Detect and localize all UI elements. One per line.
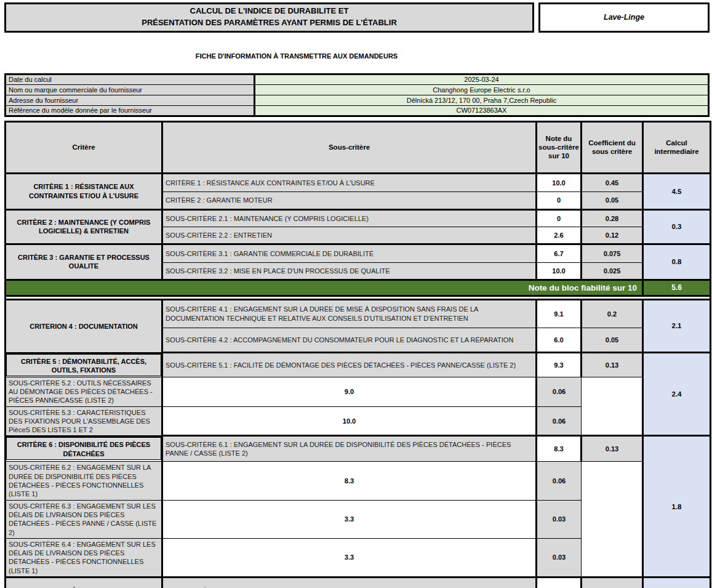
sub-criterion-label: SOUS-CRITÈRE 6.3 : ENGAGEMENT SUR LES DÉ… (6, 500, 162, 538)
table-row: SOUS-CRITÈRE 5.3 : CARACTÉRISTIQUES DES … (6, 406, 711, 436)
criterion-group-label: CRITÈRE 2 : MAINTENANCE (Y COMPRIS LOGIC… (6, 209, 162, 244)
sub-criterion-label: SOUS-CRITÈRE 7.1 : PRIX (162, 578, 537, 588)
sub-criterion-coefficient: 0.45 (582, 173, 643, 191)
sub-criterion-label: SOUS-CRITÈRE 6.4 : ENGAGEMENT SUR LES DÉ… (6, 538, 162, 577)
sub-criterion-coefficient: 0.06 (537, 462, 582, 500)
sub-criterion-score: 6.0 (537, 328, 582, 352)
sub-criterion-score: 8.3 (162, 462, 537, 500)
table-row: SOUS-CRITÈRE 6.2 : ENGAGEMENT SUR LA DUR… (6, 462, 711, 500)
sub-criterion-coefficient: 0.12 (582, 227, 643, 244)
fiabilite-total-label: Note du bloc fiabilité sur 10 (6, 280, 643, 296)
info-row: Date du calcul 2025-03-24 (6, 74, 709, 84)
intermediate-result: 0.8 (643, 244, 711, 280)
table-row: CRITERION 4 : DOCUMENTATION SOUS-CRITÈRE… (6, 299, 711, 328)
sub-criterion-label: SOUS-CRITÈRE 5.2 : OUTILS NÉCESSAIRES AU… (6, 377, 162, 406)
title-line1: CALCUL DE L'INDICE DE DURABILITE ET (6, 6, 532, 17)
subtitle-wrap: FICHE D'INFORMATION À TRANSMETTRE AUX DE… (4, 50, 589, 61)
sub-criterion-label: SOUS-CRITÈRE 6.2 : ENGAGEMENT SUR LA DUR… (6, 462, 162, 500)
sub-criterion-coefficient: 0.28 (582, 209, 643, 227)
info-value: Changhong Europe Electric s.r.o (255, 84, 709, 95)
sub-criterion-label: SOUS-CRITÈRE 4.2 : ACCOMPAGNEMENT DU CON… (162, 328, 537, 352)
fiabilite-total-row: Note du bloc fiabilité sur 10 5.6 (6, 280, 711, 296)
table-row: CRITÈRE 2 : MAINTENANCE (Y COMPRIS LOGIC… (6, 209, 711, 227)
sub-criterion-score: 9.3 (537, 352, 582, 377)
info-value: 2025-03-24 (255, 74, 709, 84)
supplier-info-table: Date du calcul 2025-03-24 Nom ou marque … (4, 73, 710, 117)
info-label: Nom ou marque commerciale du fournisseur (6, 84, 255, 95)
table-row: CRITÈRE 7: PRIX SOUS-CRITÈRE 7.1 : PRIX … (6, 578, 711, 588)
info-value: CW07123863AX (255, 105, 709, 116)
sub-criterion-coefficient: 0.06 (537, 377, 582, 406)
info-row: Référence du modèle donnée par le fourni… (6, 105, 709, 116)
table-row: SOUS-CRITÈRE 5.2 : OUTILS NÉCESSAIRES AU… (6, 377, 711, 406)
sub-criterion-label: SOUS-CRITÈRE 3.1 : GARANTIE COMMERCIALE … (162, 244, 537, 262)
sub-criterion-score: 10.0 (537, 578, 582, 588)
table-row: SOUS-CRITÈRE 6.4 : ENGAGEMENT SUR LES DÉ… (6, 538, 711, 577)
sub-criterion-score: 6.7 (537, 244, 582, 262)
sub-criterion-score: 3.3 (162, 500, 537, 538)
criterion-group-label: CRITERION 4 : DOCUMENTATION (6, 299, 162, 352)
sub-criterion-label: CRITÈRE 2 : GARANTIE MOTEUR (162, 191, 537, 209)
info-label: Référence du modèle donnée par le fourni… (6, 105, 255, 116)
table-row: SOUS-CRITÈRE 6.3 : ENGAGEMENT SUR LES DÉ… (6, 500, 711, 538)
table-row: CRITÈRE 5 : DÉMONTABILITÉ, ACCÈS, OUTILS… (6, 352, 711, 377)
info-value: Dělnická 213/12, 170 00, Praha 7,Czech R… (255, 95, 709, 105)
intermediate-result: 2.1 (643, 299, 711, 352)
criterion-group-label: CRITÈRE 1 : RÉSISTANCE AUX CONTRAINTES E… (6, 173, 162, 209)
criterion-group-label: CRITÈRE 7: PRIX (6, 578, 162, 588)
sub-criterion-coefficient: 0.05 (582, 191, 643, 209)
sub-criterion-coefficient: 0.025 (582, 262, 643, 280)
criterion-group-label: CRITÈRE 6 : DISPONIBILITÉ DES PIÈCES DÉT… (6, 436, 161, 460)
sub-criterion-score: 9.1 (537, 299, 582, 328)
sub-criterion-score: 10.0 (537, 173, 582, 191)
intermediate-result: 2.4 (643, 352, 711, 436)
sub-criterion-score: 3.3 (162, 538, 537, 577)
info-sheet-subtitle: FICHE D'INFORMATION À TRANSMETTRE AUX DE… (196, 52, 398, 60)
col-header-calcul: Calcul intermediaire (643, 121, 711, 173)
sub-criterion-coefficient: 0.06 (537, 406, 582, 436)
table-header-row: Critère Sous-critère Note du sous-critèr… (6, 121, 711, 173)
sub-criterion-coefficient: 0.05 (582, 328, 643, 352)
info-label: Adresse du fournisseur (6, 95, 255, 105)
sub-criterion-label: SOUS-CRITÈRE 2.1 : MAINTENANCE (Y COMPRI… (162, 209, 537, 227)
sub-criterion-label: SOUS-CRITÈRE 5.3 : CARACTÉRISTIQUES DES … (6, 406, 162, 436)
document-title: CALCUL DE L'INDICE DE DURABILITE ET PRÉS… (4, 2, 534, 33)
info-row: Nom ou marque commerciale du fournisseur… (6, 84, 709, 95)
sub-criterion-coefficient: 0.03 (537, 500, 582, 538)
title-line2: PRÉSENTATION DES PARAMÈTRES AYANT PERMIS… (6, 17, 532, 29)
col-header-critere: Critère (6, 121, 162, 173)
sub-criterion-score: 9.0 (162, 377, 537, 406)
sub-criterion-label: CRITÈRE 1 : RÉSISTANCE AUX CONTRAINTES E… (162, 173, 537, 191)
table-row: CRITÈRE 1 : RÉSISTANCE AUX CONTRAINTES E… (6, 173, 711, 191)
intermediate-result: 0.3 (643, 209, 711, 244)
table-row: CRITÈRE 3 : GARANTIE ET PROCESSUS OUALIT… (6, 244, 711, 262)
info-row: Adresse du fournisseur Dělnická 213/12, … (6, 95, 709, 105)
sub-criterion-label: SOUS-CRITÈRE 5.1 : FACILITÉ DE DÉMONTAGE… (162, 352, 537, 377)
sub-criterion-score: 10.0 (537, 262, 582, 280)
criteria-table: Critère Sous-critère Note du sous-critèr… (4, 121, 711, 588)
sub-criterion-label: SOUS-CRITÈRE 4.1 : ENGAGEMENT SUR LA DUR… (162, 299, 537, 328)
sub-criterion-coefficient: 0.13 (582, 352, 643, 377)
product-type-box: Lave-Linge (538, 2, 710, 33)
sub-criterion-label: SOUS-CRITÈRE 2.2 : ENTRETIEN (162, 227, 537, 244)
sub-criterion-coefficient: 0.075 (582, 244, 643, 262)
sub-criterion-label: SOUS-CRITÈRE 6.1 : ENGAGEMENT SUR LA DUR… (162, 436, 537, 462)
sub-criterion-coefficient: 0.25 (582, 578, 643, 588)
sub-criterion-coefficient: 0.2 (582, 299, 643, 328)
table-row: CRITÈRE 6 : DISPONIBILITÉ DES PIÈCES DÉT… (6, 436, 711, 462)
durability-index-sheet: CALCUL DE L'INDICE DE DURABILITE ET PRÉS… (0, 0, 712, 588)
col-header-sous-critere: Sous-critère (162, 121, 537, 173)
intermediate-result: 4.5 (643, 173, 711, 209)
intermediate-result: 1.8 (643, 436, 711, 578)
sub-criterion-label: SOUS-CRITÈRE 3.2 : MISE EN PLACE D'UN PR… (162, 262, 537, 280)
sub-criterion-coefficient: 0.03 (537, 538, 582, 577)
intermediate-result: 2.5 (643, 578, 711, 588)
sub-criterion-score: 0 (537, 209, 582, 227)
criterion-group-label: CRITÈRE 3 : GARANTIE ET PROCESSUS OUALIT… (6, 244, 162, 280)
sub-criterion-coefficient: 0.13 (582, 436, 643, 462)
sub-criterion-score: 10.0 (162, 406, 537, 436)
product-type-label: Lave-Linge (604, 13, 644, 22)
sub-criterion-score: 0 (537, 191, 582, 209)
col-header-coefficient: Coefficient du sous critère (582, 121, 643, 173)
sub-criterion-score: 2.6 (537, 227, 582, 244)
